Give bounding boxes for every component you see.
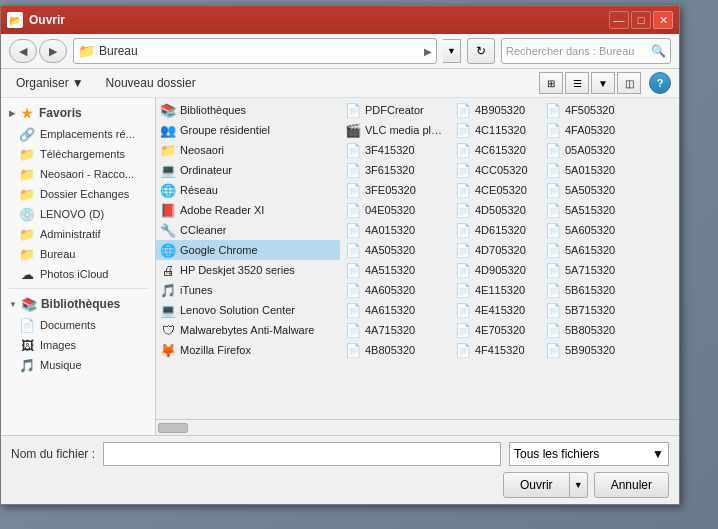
forward-button[interactable]: ▶ — [39, 39, 67, 63]
file-item-adobe[interactable]: 📕 Adobe Reader XI — [156, 200, 340, 220]
file-item-ordinateur[interactable]: 💻 Ordinateur — [156, 160, 340, 180]
file-item-4a515320[interactable]: 📄 4A515320 — [341, 260, 450, 280]
file-item-4d905320[interactable]: 📄 4D905320 — [451, 260, 540, 280]
file-icon-4e705320: 📄 — [455, 322, 471, 338]
file-item-5b715320[interactable]: 📄 5B715320 — [541, 300, 679, 320]
file-item-4a605320[interactable]: 📄 4A605320 — [341, 280, 450, 300]
file-item-5a515320[interactable]: 📄 5A515320 — [541, 200, 679, 220]
sidebar-item-neosaori[interactable]: 📁 Neosaori - Racco... — [1, 164, 155, 184]
file-item-4e115320[interactable]: 📄 4E115320 — [451, 280, 540, 300]
maximize-button[interactable]: □ — [631, 11, 651, 29]
file-icon-4a715320: 📄 — [345, 322, 361, 338]
file-item-4d705320[interactable]: 📄 4D705320 — [451, 240, 540, 260]
file-name-5b715320: 5B715320 — [565, 304, 615, 316]
open-button[interactable]: Ouvrir — [503, 472, 570, 498]
file-item-4a615320[interactable]: 📄 4A615320 — [341, 300, 450, 320]
view-details-button[interactable]: ☰ — [565, 72, 589, 94]
file-item-itunes[interactable]: 🎵 iTunes — [156, 280, 340, 300]
view-icon-button[interactable]: ⊞ — [539, 72, 563, 94]
file-item-4e415320[interactable]: 📄 4E415320 — [451, 300, 540, 320]
horizontal-scrollbar[interactable] — [156, 419, 679, 435]
file-name-4e705320: 4E705320 — [475, 324, 525, 336]
file-item-4c615320[interactable]: 📄 4C615320 — [451, 140, 540, 160]
sidebar-item-administratif[interactable]: 📁 Administratif — [1, 224, 155, 244]
bibliotheques-header[interactable]: ▼ 📚 Bibliothèques — [1, 293, 155, 315]
file-item-chrome[interactable]: 🌐 Google Chrome — [156, 240, 340, 260]
sidebar-item-lenovo[interactable]: 💿 LENOVO (D) — [1, 204, 155, 224]
file-item-4cc05320[interactable]: 📄 4CC05320 — [451, 160, 540, 180]
sidebar-item-telechargements[interactable]: 📁 Téléchargements — [1, 144, 155, 164]
file-item-5a615320[interactable]: 📄 5A615320 — [541, 240, 679, 260]
address-bar[interactable]: 📁 Bureau ▶ — [73, 38, 437, 64]
file-item-4fa05320[interactable]: 📄 4FA05320 — [541, 120, 679, 140]
file-icon-4e415320: 📄 — [455, 302, 471, 318]
sidebar-item-documents[interactable]: 📄 Documents — [1, 315, 155, 335]
file-item-4b805320[interactable]: 📄 4B805320 — [341, 340, 450, 360]
file-item-hp[interactable]: 🖨 HP Deskjet 3520 series — [156, 260, 340, 280]
search-bar[interactable]: Rechercher dans : Bureau 🔍 — [501, 38, 671, 64]
cancel-button[interactable]: Annuler — [594, 472, 669, 498]
filetype-select[interactable]: Tous les fichiers ▼ — [509, 442, 669, 466]
file-item-pdfcreator[interactable]: 📄 PDFCreator — [341, 100, 450, 120]
file-item-reseau[interactable]: 🌐 Réseau — [156, 180, 340, 200]
file-item-neosaori[interactable]: 📁 Neosaori — [156, 140, 340, 160]
file-item-4ce05320[interactable]: 📄 4CE05320 — [451, 180, 540, 200]
sidebar-item-musique[interactable]: 🎵 Musique — [1, 355, 155, 375]
file-item-malwarebytes[interactable]: 🛡 Malwarebytes Anti-Malware — [156, 320, 340, 340]
file-item-4d615320[interactable]: 📄 4D615320 — [451, 220, 540, 240]
file-item-lenovo-solution[interactable]: 💻 Lenovo Solution Center — [156, 300, 340, 320]
file-icon-5a605320: 📄 — [545, 222, 561, 238]
file-item-vlc[interactable]: 🎬 VLC media player — [341, 120, 450, 140]
file-item-ccleaner[interactable]: 🔧 CCleaner — [156, 220, 340, 240]
back-button[interactable]: ◀ — [9, 39, 37, 63]
file-item-4d505320[interactable]: 📄 4D505320 — [451, 200, 540, 220]
file-item-4a715320[interactable]: 📄 4A715320 — [341, 320, 450, 340]
file-item-05a05320[interactable]: 📄 05A05320 — [541, 140, 679, 160]
file-item-5b805320[interactable]: 📄 5B805320 — [541, 320, 679, 340]
view-dropdown-button[interactable]: ▼ — [591, 72, 615, 94]
minimize-button[interactable]: — — [609, 11, 629, 29]
sidebar-item-emplacements[interactable]: 🔗 Emplacements ré... — [1, 124, 155, 144]
file-item-5a505320[interactable]: 📄 5A505320 — [541, 180, 679, 200]
file-item-4a505320[interactable]: 📄 4A505320 — [341, 240, 450, 260]
open-dropdown-button[interactable]: ▼ — [570, 472, 588, 498]
secondary-toolbar: Organiser ▼ Nouveau dossier ⊞ ☰ ▼ ◫ ? — [1, 69, 679, 98]
file-name-neosaori: Neosaori — [180, 144, 224, 156]
file-item-5b615320[interactable]: 📄 5B615320 — [541, 280, 679, 300]
file-item-5a015320[interactable]: 📄 5A015320 — [541, 160, 679, 180]
close-button[interactable]: ✕ — [653, 11, 673, 29]
nouveau-dossier-button[interactable]: Nouveau dossier — [99, 73, 203, 93]
file-item-4a015320[interactable]: 📄 4A015320 — [341, 220, 450, 240]
file-item-3f415320[interactable]: 📄 3F415320 — [341, 140, 450, 160]
sidebar-item-bureau[interactable]: 📁 Bureau — [1, 244, 155, 264]
favoris-header[interactable]: ▶ ★ Favoris — [1, 102, 155, 124]
file-list-container: 📚 Bibliothèques 👥 Groupe résidentiel 📁 N… — [156, 98, 679, 435]
file-item-5b905320[interactable]: 📄 5B905320 — [541, 340, 679, 360]
file-item-4e705320[interactable]: 📄 4E705320 — [451, 320, 540, 340]
organiser-button[interactable]: Organiser ▼ — [9, 73, 91, 93]
sidebar-item-dossier-echanges[interactable]: 📁 Dossier Echanges — [1, 184, 155, 204]
file-item-groupe[interactable]: 👥 Groupe résidentiel — [156, 120, 340, 140]
file-item-4f505320[interactable]: 📄 4F505320 — [541, 100, 679, 120]
file-item-4f415320[interactable]: 📄 4F415320 — [451, 340, 540, 360]
dialog-title: Ouvrir — [29, 13, 65, 27]
file-item-3f615320[interactable]: 📄 3F615320 — [341, 160, 450, 180]
file-item-3fe05320[interactable]: 📄 3FE05320 — [341, 180, 450, 200]
search-icon[interactable]: 🔍 — [651, 44, 666, 58]
file-item-firefox[interactable]: 🦊 Mozilla Firefox — [156, 340, 340, 360]
file-item-bibliotheques[interactable]: 📚 Bibliothèques — [156, 100, 340, 120]
file-item-4b905320[interactable]: 📄 4B905320 — [451, 100, 540, 120]
refresh-button[interactable]: ↻ — [467, 38, 495, 64]
file-item-4c115320[interactable]: 📄 4C115320 — [451, 120, 540, 140]
file-name-4e115320: 4E115320 — [475, 284, 525, 296]
file-item-04e05320[interactable]: 📄 04E05320 — [341, 200, 450, 220]
preview-pane-button[interactable]: ◫ — [617, 72, 641, 94]
address-dropdown-button[interactable]: ▼ — [443, 39, 461, 63]
sidebar-item-photos-icloud[interactable]: ☁ Photos iCloud — [1, 264, 155, 284]
file-item-5a715320[interactable]: 📄 5A715320 — [541, 260, 679, 280]
file-item-5a605320[interactable]: 📄 5A605320 — [541, 220, 679, 240]
sidebar-item-images[interactable]: 🖼 Images — [1, 335, 155, 355]
help-button[interactable]: ? — [649, 72, 671, 94]
hscroll-thumb[interactable] — [158, 423, 188, 433]
filename-input[interactable] — [103, 442, 501, 466]
